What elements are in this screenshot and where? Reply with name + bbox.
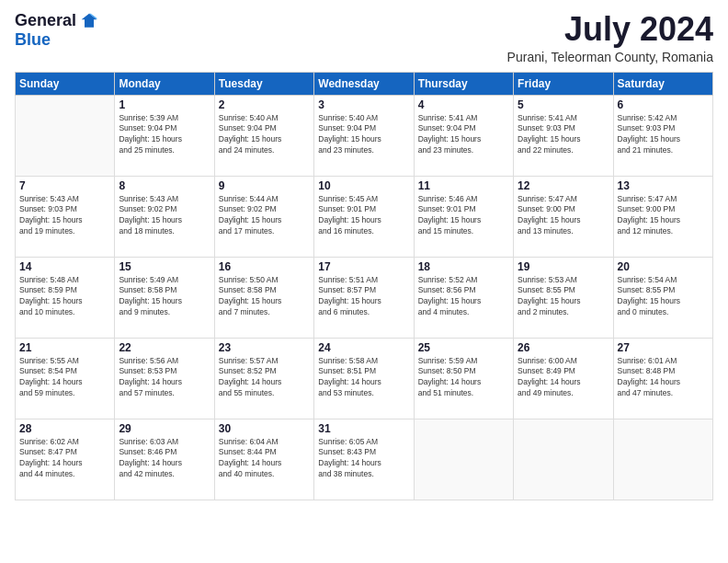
day-number: 20 xyxy=(618,260,709,273)
week-row-1: 1Sunrise: 5:39 AM Sunset: 9:04 PM Daylig… xyxy=(16,95,713,176)
week-row-3: 14Sunrise: 5:48 AM Sunset: 8:59 PM Dayli… xyxy=(16,257,713,338)
day-number: 9 xyxy=(219,179,310,192)
header: General Blue July 2024 Purani, Teleorman… xyxy=(15,11,713,64)
weekday-header-saturday: Saturday xyxy=(613,72,712,95)
weekday-header-tuesday: Tuesday xyxy=(214,72,313,95)
day-number: 23 xyxy=(219,341,310,354)
calendar-cell: 29Sunrise: 6:03 AM Sunset: 8:46 PM Dayli… xyxy=(115,419,214,500)
day-number: 17 xyxy=(318,260,409,273)
day-info: Sunrise: 5:49 AM Sunset: 8:58 PM Dayligh… xyxy=(119,275,210,319)
day-number: 11 xyxy=(418,179,509,192)
calendar-cell: 22Sunrise: 5:56 AM Sunset: 8:53 PM Dayli… xyxy=(115,338,214,419)
day-info: Sunrise: 5:40 AM Sunset: 9:04 PM Dayligh… xyxy=(318,113,409,157)
day-info: Sunrise: 5:52 AM Sunset: 8:56 PM Dayligh… xyxy=(418,275,509,319)
day-number: 21 xyxy=(19,341,110,354)
day-number: 5 xyxy=(518,98,609,111)
day-number: 1 xyxy=(119,98,210,111)
day-info: Sunrise: 5:42 AM Sunset: 9:03 PM Dayligh… xyxy=(618,113,709,157)
day-number: 2 xyxy=(219,98,310,111)
calendar-cell: 8Sunrise: 5:43 AM Sunset: 9:02 PM Daylig… xyxy=(115,176,214,257)
calendar: SundayMondayTuesdayWednesdayThursdayFrid… xyxy=(15,72,713,500)
day-number: 22 xyxy=(119,341,210,354)
day-info: Sunrise: 5:59 AM Sunset: 8:50 PM Dayligh… xyxy=(418,356,509,400)
week-row-4: 21Sunrise: 5:55 AM Sunset: 8:54 PM Dayli… xyxy=(16,338,713,419)
day-number: 18 xyxy=(418,260,509,273)
calendar-cell: 4Sunrise: 5:41 AM Sunset: 9:04 PM Daylig… xyxy=(414,95,513,176)
day-number: 30 xyxy=(219,422,310,435)
weekday-header-monday: Monday xyxy=(115,72,214,95)
location: Purani, Teleorman County, Romania xyxy=(507,50,713,64)
calendar-cell: 21Sunrise: 5:55 AM Sunset: 8:54 PM Dayli… xyxy=(16,338,115,419)
day-info: Sunrise: 6:00 AM Sunset: 8:49 PM Dayligh… xyxy=(518,356,609,400)
calendar-cell: 19Sunrise: 5:53 AM Sunset: 8:55 PM Dayli… xyxy=(514,257,613,338)
calendar-cell: 11Sunrise: 5:46 AM Sunset: 9:01 PM Dayli… xyxy=(414,176,513,257)
logo-blue-text: Blue xyxy=(15,30,51,50)
week-row-2: 7Sunrise: 5:43 AM Sunset: 9:03 PM Daylig… xyxy=(16,176,713,257)
day-number: 29 xyxy=(119,422,210,435)
day-number: 13 xyxy=(618,179,709,192)
day-number: 8 xyxy=(119,179,210,192)
calendar-cell: 7Sunrise: 5:43 AM Sunset: 9:03 PM Daylig… xyxy=(16,176,115,257)
day-info: Sunrise: 5:56 AM Sunset: 8:53 PM Dayligh… xyxy=(119,356,210,400)
calendar-cell: 10Sunrise: 5:45 AM Sunset: 9:01 PM Dayli… xyxy=(314,176,414,257)
day-info: Sunrise: 5:51 AM Sunset: 8:57 PM Dayligh… xyxy=(318,275,409,319)
svg-marker-0 xyxy=(82,13,97,27)
page: General Blue July 2024 Purani, Teleorman… xyxy=(0,0,728,563)
day-info: Sunrise: 6:04 AM Sunset: 8:44 PM Dayligh… xyxy=(219,437,310,481)
day-number: 10 xyxy=(318,179,409,192)
day-number: 3 xyxy=(318,98,409,111)
week-row-5: 28Sunrise: 6:02 AM Sunset: 8:47 PM Dayli… xyxy=(16,419,713,500)
day-info: Sunrise: 6:03 AM Sunset: 8:46 PM Dayligh… xyxy=(119,437,210,481)
calendar-cell xyxy=(16,95,115,176)
day-info: Sunrise: 6:01 AM Sunset: 8:48 PM Dayligh… xyxy=(618,356,709,400)
weekday-header-friday: Friday xyxy=(514,72,613,95)
day-info: Sunrise: 5:50 AM Sunset: 8:58 PM Dayligh… xyxy=(219,275,310,319)
day-number: 25 xyxy=(418,341,509,354)
calendar-cell: 13Sunrise: 5:47 AM Sunset: 9:00 PM Dayli… xyxy=(613,176,712,257)
logo-general-text: General xyxy=(15,11,76,30)
calendar-cell: 15Sunrise: 5:49 AM Sunset: 8:58 PM Dayli… xyxy=(115,257,214,338)
day-info: Sunrise: 5:40 AM Sunset: 9:04 PM Dayligh… xyxy=(219,113,310,157)
calendar-cell: 31Sunrise: 6:05 AM Sunset: 8:43 PM Dayli… xyxy=(314,419,414,500)
weekday-header-thursday: Thursday xyxy=(414,72,513,95)
day-number: 15 xyxy=(119,260,210,273)
day-info: Sunrise: 5:39 AM Sunset: 9:04 PM Dayligh… xyxy=(119,113,210,157)
calendar-cell: 23Sunrise: 5:57 AM Sunset: 8:52 PM Dayli… xyxy=(214,338,313,419)
calendar-cell: 26Sunrise: 6:00 AM Sunset: 8:49 PM Dayli… xyxy=(514,338,613,419)
title-block: July 2024 Purani, Teleorman County, Roma… xyxy=(507,11,713,64)
day-number: 6 xyxy=(618,98,709,111)
day-number: 4 xyxy=(418,98,509,111)
calendar-cell: 27Sunrise: 6:01 AM Sunset: 8:48 PM Dayli… xyxy=(613,338,712,419)
weekday-header-wednesday: Wednesday xyxy=(314,72,414,95)
day-info: Sunrise: 5:48 AM Sunset: 8:59 PM Dayligh… xyxy=(19,275,110,319)
calendar-cell: 28Sunrise: 6:02 AM Sunset: 8:47 PM Dayli… xyxy=(16,419,115,500)
day-number: 26 xyxy=(518,341,609,354)
day-number: 28 xyxy=(19,422,110,435)
day-info: Sunrise: 5:44 AM Sunset: 9:02 PM Dayligh… xyxy=(219,194,310,238)
calendar-cell: 3Sunrise: 5:40 AM Sunset: 9:04 PM Daylig… xyxy=(314,95,414,176)
calendar-cell: 14Sunrise: 5:48 AM Sunset: 8:59 PM Dayli… xyxy=(16,257,115,338)
day-info: Sunrise: 5:41 AM Sunset: 9:03 PM Dayligh… xyxy=(518,113,609,157)
calendar-cell: 30Sunrise: 6:04 AM Sunset: 8:44 PM Dayli… xyxy=(214,419,313,500)
calendar-cell: 6Sunrise: 5:42 AM Sunset: 9:03 PM Daylig… xyxy=(613,95,712,176)
day-info: Sunrise: 5:54 AM Sunset: 8:55 PM Dayligh… xyxy=(618,275,709,319)
month-year: July 2024 xyxy=(507,11,713,48)
calendar-cell: 1Sunrise: 5:39 AM Sunset: 9:04 PM Daylig… xyxy=(115,95,214,176)
day-info: Sunrise: 5:47 AM Sunset: 9:00 PM Dayligh… xyxy=(518,194,609,238)
calendar-cell xyxy=(414,419,513,500)
weekday-header-sunday: Sunday xyxy=(16,72,115,95)
calendar-cell: 18Sunrise: 5:52 AM Sunset: 8:56 PM Dayli… xyxy=(414,257,513,338)
day-number: 19 xyxy=(518,260,609,273)
day-info: Sunrise: 5:43 AM Sunset: 9:02 PM Dayligh… xyxy=(119,194,210,238)
day-info: Sunrise: 5:55 AM Sunset: 8:54 PM Dayligh… xyxy=(19,356,110,400)
day-number: 31 xyxy=(318,422,409,435)
day-number: 27 xyxy=(618,341,709,354)
day-info: Sunrise: 5:46 AM Sunset: 9:01 PM Dayligh… xyxy=(418,194,509,238)
calendar-cell: 2Sunrise: 5:40 AM Sunset: 9:04 PM Daylig… xyxy=(214,95,313,176)
weekday-header-row: SundayMondayTuesdayWednesdayThursdayFrid… xyxy=(16,72,713,95)
calendar-cell: 25Sunrise: 5:59 AM Sunset: 8:50 PM Dayli… xyxy=(414,338,513,419)
calendar-cell: 16Sunrise: 5:50 AM Sunset: 8:58 PM Dayli… xyxy=(214,257,313,338)
day-number: 7 xyxy=(19,179,110,192)
day-info: Sunrise: 5:45 AM Sunset: 9:01 PM Dayligh… xyxy=(318,194,409,238)
day-info: Sunrise: 5:58 AM Sunset: 8:51 PM Dayligh… xyxy=(318,356,409,400)
